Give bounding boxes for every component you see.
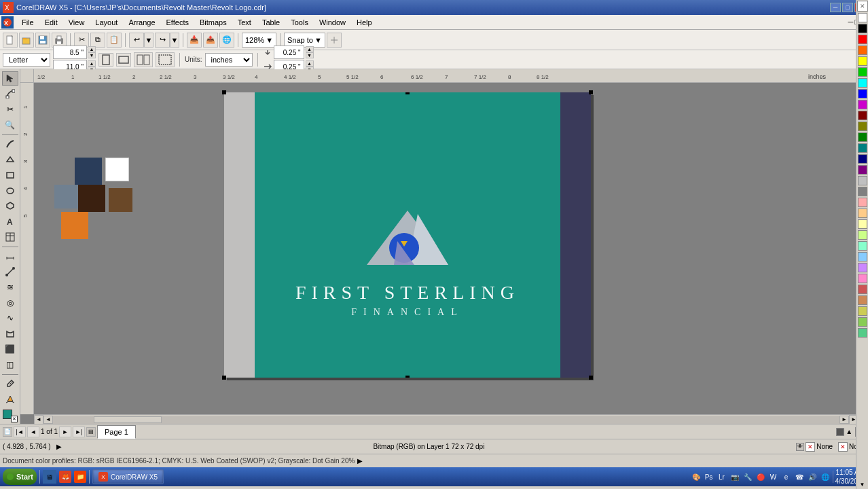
palette-silver[interactable]: [858, 176, 867, 185]
page-border-button[interactable]: [156, 52, 175, 67]
contour-tool[interactable]: ◎: [2, 295, 18, 310]
freehand-tool[interactable]: [2, 137, 18, 151]
save-button[interactable]: [35, 33, 50, 48]
page-layout-button[interactable]: [134, 52, 153, 67]
open-button[interactable]: [19, 33, 34, 48]
palette-white[interactable]: [858, 13, 867, 22]
no-color-swatch[interactable]: ✕: [857, 1, 868, 12]
page-size-select[interactable]: Letter: [3, 53, 50, 67]
page-add-button[interactable]: 📄: [3, 427, 12, 437]
ellipse-tool[interactable]: [2, 183, 18, 198]
tray-icon2[interactable]: 🔴: [755, 471, 766, 482]
menu-edit[interactable]: Edit: [39, 17, 63, 28]
palette-teal[interactable]: [858, 143, 867, 153]
nudge-x-input[interactable]: [274, 46, 304, 59]
page-prev-button[interactable]: ◄: [27, 427, 39, 437]
expand-toggle[interactable]: ▶: [56, 443, 62, 450]
tray-ps[interactable]: Ps: [704, 471, 715, 482]
palette-lavender[interactable]: [858, 263, 867, 272]
connector-tool[interactable]: [2, 264, 18, 278]
width-down[interactable]: ▼: [88, 52, 96, 58]
selection-handle-bl[interactable]: [222, 376, 226, 380]
selection-handle-br[interactable]: [589, 376, 593, 380]
node-tool[interactable]: [2, 87, 18, 101]
palette-tan[interactable]: [858, 295, 867, 305]
palette-peach[interactable]: [858, 209, 867, 218]
ruler-corner[interactable]: [20, 69, 34, 83]
palette-magenta[interactable]: [858, 100, 867, 109]
undo-dropdown[interactable]: ▼: [144, 33, 153, 48]
nudge-x-down[interactable]: ▼: [306, 52, 314, 58]
selection-handle-tr[interactable]: [589, 90, 593, 94]
text-tool[interactable]: A: [2, 215, 18, 229]
units-select[interactable]: inches mm cm pixels: [205, 53, 253, 67]
tray-icon1[interactable]: 🔧: [742, 471, 753, 482]
fill-color-indicator[interactable]: ✕: [3, 410, 18, 422]
palette-red[interactable]: [858, 35, 867, 44]
canvas-area[interactable]: FIRST STERLING FINANCIAL: [34, 83, 858, 414]
palette-lightgreen[interactable]: [858, 230, 867, 240]
hscroll-left[interactable]: ◄: [34, 415, 43, 424]
start-button[interactable]: Start: [3, 469, 37, 485]
transparency-tool[interactable]: ◫: [2, 358, 18, 372]
tray-corel[interactable]: 🎨: [691, 471, 702, 482]
hscrollbar[interactable]: ◄ ◄ ► ►: [34, 414, 858, 424]
filezilla-btn[interactable]: 📁: [74, 471, 86, 483]
palette-rose[interactable]: [858, 274, 867, 283]
nudge-x-up[interactable]: ▲: [306, 46, 314, 52]
rectangle-tool[interactable]: [2, 168, 18, 182]
redo-dropdown[interactable]: ▼: [170, 33, 179, 48]
minimize-button[interactable]: ─: [830, 3, 841, 12]
height-up[interactable]: ▲: [88, 60, 96, 67]
distort-tool[interactable]: ∿: [2, 311, 18, 325]
corel-taskbar-item[interactable]: X CorelDRAW X5: [92, 469, 164, 484]
blend-tool[interactable]: ≋: [2, 280, 18, 294]
undo-button[interactable]: ↩: [129, 33, 144, 48]
handle-bottom-center[interactable]: [405, 376, 410, 378]
new-button[interactable]: [3, 33, 18, 48]
hscroll-expand[interactable]: ◄: [43, 416, 53, 424]
page-list-button[interactable]: ▤: [86, 427, 96, 437]
proofing-icon[interactable]: 👁: [796, 443, 804, 451]
menu-bitmaps[interactable]: Bitmaps: [194, 17, 232, 28]
show-desktop-btn[interactable]: 🖥: [43, 470, 56, 484]
menu-help[interactable]: Help: [351, 17, 378, 28]
width-up[interactable]: ▲: [88, 46, 96, 52]
landscape-button[interactable]: [116, 53, 131, 67]
selection-tool[interactable]: [2, 71, 18, 86]
menu-table[interactable]: Table: [257, 17, 285, 28]
polygon-tool[interactable]: [2, 199, 18, 213]
portrait-button[interactable]: [98, 53, 113, 67]
palette-purple[interactable]: [858, 165, 867, 175]
smart-draw-tool[interactable]: [2, 152, 18, 166]
tray-ie[interactable]: e: [781, 471, 792, 482]
export-button[interactable]: 📤: [203, 33, 218, 48]
palette-darkgreen[interactable]: [858, 132, 867, 142]
palette-gray[interactable]: [858, 187, 867, 196]
paste-button[interactable]: 📋: [107, 33, 122, 48]
app-minimize-button[interactable]: ─: [848, 18, 854, 26]
publish-button[interactable]: 🌐: [219, 33, 234, 48]
palette-coral[interactable]: [858, 285, 867, 294]
palette-skyblue[interactable]: [858, 252, 867, 261]
palette-lime[interactable]: [858, 317, 867, 327]
tray-iphoto[interactable]: 📷: [729, 471, 740, 482]
hscroll-thumb[interactable]: [94, 416, 162, 423]
menu-arrange[interactable]: Arrange: [123, 17, 160, 28]
palette-mint[interactable]: [858, 241, 867, 251]
page-last-button[interactable]: ►|: [73, 427, 85, 437]
tray-skype[interactable]: ☎: [794, 471, 805, 482]
menu-window[interactable]: Window: [314, 17, 351, 28]
envelope-tool[interactable]: [2, 327, 18, 341]
maximize-button[interactable]: □: [842, 3, 853, 12]
palette-black[interactable]: [858, 24, 867, 33]
palette-lightyellow[interactable]: [858, 219, 867, 229]
page-first-button[interactable]: |◄: [14, 427, 26, 437]
palette-scroll-down[interactable]: ▼: [858, 479, 867, 489]
palette-yellow[interactable]: [858, 56, 867, 66]
tray-lr[interactable]: Lr: [717, 471, 727, 482]
handle-top-center[interactable]: [405, 92, 410, 94]
menu-layout[interactable]: Layout: [90, 17, 123, 28]
menu-text[interactable]: Text: [232, 17, 257, 28]
eyedropper-tool[interactable]: [2, 376, 18, 391]
